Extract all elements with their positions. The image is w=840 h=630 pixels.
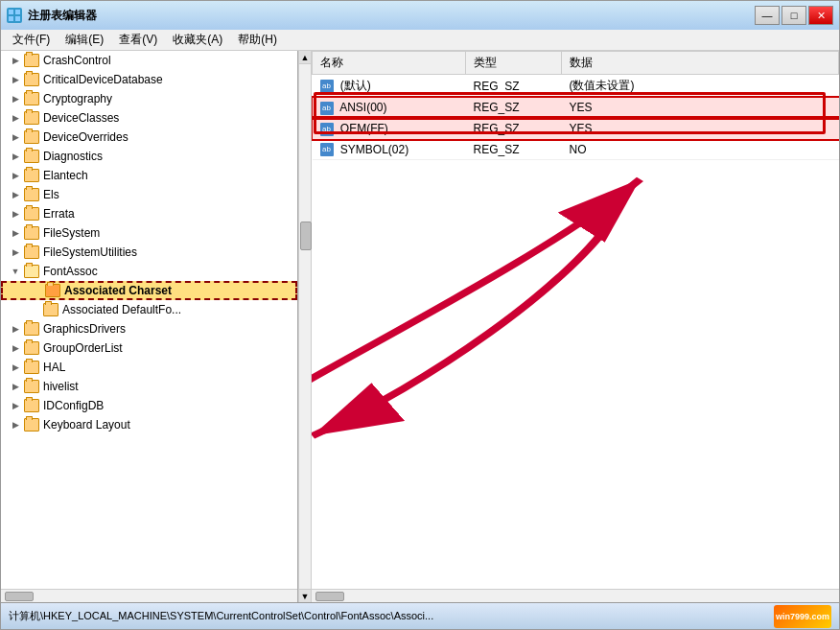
expander-filesystem: ▶ — [9, 226, 22, 240]
tree-label-errata: Errata — [43, 207, 75, 221]
cell-type-default: REG_SZ — [466, 75, 562, 98]
folder-icon-idconfigdb — [24, 399, 39, 412]
cell-type-symbol: REG_SZ — [466, 139, 562, 160]
maximize-button[interactable]: □ — [782, 6, 806, 25]
tree-label-associated-defaultfont: Associated DefaultFo... — [62, 303, 181, 316]
tree-item-cryptography[interactable]: ▶ Cryptography — [1, 89, 297, 108]
tree-item-hal[interactable]: ▶ HAL — [1, 358, 297, 377]
expander-idconfigdb: ▶ — [9, 399, 22, 412]
right-h-scrollbar[interactable] — [312, 589, 839, 602]
title-bar: 注册表编辑器 — □ ✕ — [1, 1, 839, 30]
expander-hivelist: ▶ — [9, 380, 22, 393]
reg-value-icon: ab — [320, 143, 334, 156]
tree-scroll-area[interactable]: ▶ CrashControl ▶ CriticalDeviceDatabase … — [1, 51, 297, 589]
tree-label-filesystemutils: FileSystemUtilities — [43, 245, 137, 259]
status-bar: 计算机\HKEY_LOCAL_MACHINE\SYSTEM\CurrentCon… — [1, 602, 839, 629]
tree-item-associated-defaultfont[interactable]: Associated DefaultFo... — [1, 300, 297, 319]
registry-table: 名称 类型 数据 ab (默认) REG_SZ — [312, 51, 839, 589]
tree-item-fontassoc[interactable]: ▼ FontAssoc — [1, 262, 297, 281]
expander-keyboardlayout: ▶ — [9, 418, 22, 432]
cell-name-symbol: ab SYMBOL(02) — [313, 139, 466, 160]
tree-item-deviceoverrides[interactable]: ▶ DeviceOverrides — [1, 128, 297, 147]
tree-item-criticaldevice[interactable]: ▶ CriticalDeviceDatabase — [1, 70, 297, 89]
col-header-type: 类型 — [466, 52, 562, 75]
folder-icon-filesystem — [24, 226, 39, 240]
tree-item-crashcontrol[interactable]: ▶ CrashControl — [1, 51, 297, 70]
table-row[interactable]: ab (默认) REG_SZ (数值未设置) — [313, 75, 839, 98]
status-text: 计算机\HKEY_LOCAL_MACHINE\SYSTEM\CurrentCon… — [9, 609, 774, 623]
table-row[interactable]: ab OEM(FF) REG_SZ YES — [313, 118, 839, 139]
tree-item-graphicsdrivers[interactable]: ▶ GraphicsDrivers — [1, 319, 297, 338]
expander-cryptography: ▶ — [9, 92, 22, 105]
expander-deviceoverrides: ▶ — [9, 130, 22, 144]
expander-deviceclasses: ▶ — [9, 111, 22, 125]
expander-crashcontrol: ▶ — [9, 54, 22, 67]
tree-label-els: Els — [43, 188, 59, 201]
table-row[interactable]: ab ANSI(00) REG_SZ YES — [313, 98, 839, 119]
svg-rect-2 — [9, 16, 13, 21]
folder-icon-keyboardlayout — [24, 418, 39, 432]
expander-criticaldevice: ▶ — [9, 73, 22, 86]
tree-label-crashcontrol: CrashControl — [43, 54, 111, 67]
tree-label-hal: HAL — [43, 361, 65, 374]
folder-icon-associated-defaultfont — [43, 303, 58, 316]
window-icon — [7, 8, 22, 23]
window-controls: — □ ✕ — [755, 6, 833, 25]
tree-item-diagnostics[interactable]: ▶ Diagnostics — [1, 147, 297, 166]
expander-hal: ▶ — [9, 361, 22, 374]
tree-label-deviceoverrides: DeviceOverrides — [43, 130, 128, 144]
cell-type-ansi: REG_SZ — [466, 98, 562, 119]
menu-favorites[interactable]: 收藏夹(A) — [165, 30, 230, 50]
folder-icon-crashcontrol — [24, 54, 39, 67]
expander-fontassoc: ▼ — [9, 265, 22, 278]
cell-name-ansi: ab ANSI(00) — [313, 98, 466, 119]
menu-help[interactable]: 帮助(H) — [230, 30, 285, 50]
expander-grouporderlist: ▶ — [9, 341, 22, 355]
tree-item-els[interactable]: ▶ Els — [1, 185, 297, 204]
close-button[interactable]: ✕ — [808, 6, 833, 25]
folder-icon-elantech — [24, 169, 39, 182]
cell-data-oem: YES — [562, 118, 839, 139]
folder-icon-graphicsdrivers — [24, 322, 39, 336]
tree-v-scrollbar[interactable]: ▲ ▼ — [298, 51, 312, 602]
table-row[interactable]: ab SYMBOL(02) REG_SZ NO — [313, 139, 839, 160]
folder-icon-fontassoc — [24, 265, 39, 278]
menu-edit[interactable]: 编辑(E) — [58, 30, 111, 50]
folder-icon-deviceoverrides — [24, 130, 39, 144]
expander-diagnostics: ▶ — [9, 150, 22, 163]
expander-elantech: ▶ — [9, 169, 22, 182]
menu-file[interactable]: 文件(F) — [5, 30, 58, 50]
tree-label-filesystem: FileSystem — [43, 226, 100, 240]
expander-associated-defaultfont — [28, 303, 41, 316]
tree-label-hivelist: hivelist — [43, 380, 79, 393]
tree-item-deviceclasses[interactable]: ▶ DeviceClasses — [1, 108, 297, 128]
reg-value-icon: ab — [320, 102, 334, 115]
tree-item-hivelist[interactable]: ▶ hivelist — [1, 377, 297, 396]
tree-item-filesystem[interactable]: ▶ FileSystem — [1, 223, 297, 243]
tree-label-criticaldevice: CriticalDeviceDatabase — [43, 73, 163, 86]
svg-rect-0 — [9, 10, 13, 14]
menu-view[interactable]: 查看(V) — [111, 30, 165, 50]
tree-item-filesystemutils[interactable]: ▶ FileSystemUtilities — [1, 243, 297, 262]
tree-item-associated-charset[interactable]: Associated Charset — [1, 281, 297, 300]
tree-label-graphicsdrivers: GraphicsDrivers — [43, 322, 126, 336]
folder-icon-els — [24, 188, 39, 201]
tree-label-cryptography: Cryptography — [43, 92, 112, 105]
cell-name-oem: ab OEM(FF) — [313, 118, 466, 139]
menu-bar: 文件(F) 编辑(E) 查看(V) 收藏夹(A) 帮助(H) — [1, 30, 839, 51]
tree-h-scrollbar[interactable] — [1, 589, 297, 602]
minimize-button[interactable]: — — [755, 6, 780, 25]
tree-item-idconfigdb[interactable]: ▶ IDConfigDB — [1, 396, 297, 415]
tree-item-grouporderlist[interactable]: ▶ GroupOrderList — [1, 338, 297, 358]
cell-data-default: (数值未设置) — [562, 75, 839, 98]
tree-item-keyboardlayout[interactable]: ▶ Keyboard Layout — [1, 415, 297, 434]
col-header-name: 名称 — [313, 52, 466, 75]
folder-icon-errata — [24, 207, 39, 221]
values-table: 名称 类型 数据 ab (默认) REG_SZ — [312, 51, 839, 160]
folder-icon-filesystemutils — [24, 245, 39, 259]
tree-item-elantech[interactable]: ▶ Elantech — [1, 166, 297, 185]
expander-graphicsdrivers: ▶ — [9, 322, 22, 336]
folder-icon-hal — [24, 361, 39, 374]
registry-values-panel: 名称 类型 数据 ab (默认) REG_SZ — [312, 51, 839, 602]
tree-item-errata[interactable]: ▶ Errata — [1, 204, 297, 223]
